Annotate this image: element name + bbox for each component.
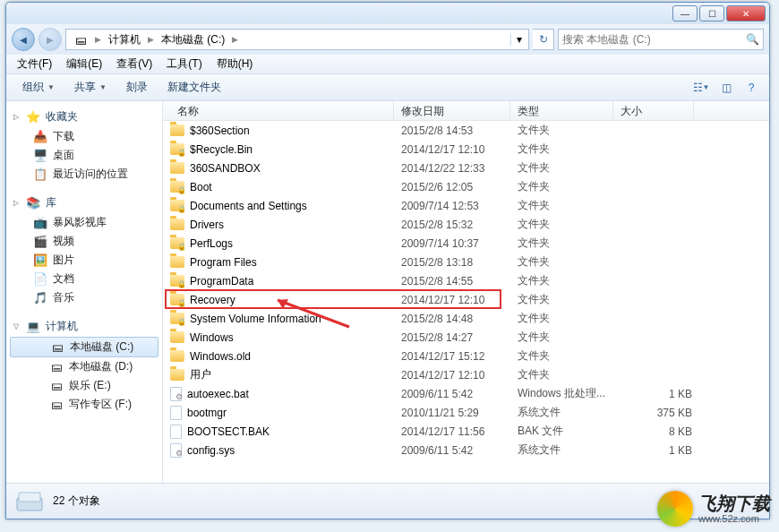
menu-view[interactable]: 查看(V) (109, 55, 159, 73)
search-icon[interactable]: 🔍 (746, 33, 759, 46)
titlebar: — ☐ ✕ (6, 3, 769, 24)
sidebar-item[interactable]: 🎵音乐 (6, 288, 162, 307)
menu-help[interactable]: 帮助(H) (210, 55, 261, 73)
new-folder-button[interactable]: 新建文件夹 (158, 77, 230, 98)
breadcrumb-root[interactable]: 🖴 (68, 30, 93, 49)
folder-lock-icon (170, 275, 184, 287)
file-type: BAK 文件 (518, 424, 621, 439)
file-date: 2009/7/14 10:37 (401, 237, 518, 250)
refresh-button[interactable]: ↻ (533, 29, 554, 50)
nav-icon: 🖼️ (33, 253, 47, 268)
sidebar-item-drive[interactable]: 🖴本地磁盘 (D:) (6, 357, 162, 376)
drive-icon: 🖴 (49, 398, 64, 412)
maximize-button[interactable]: ☐ (699, 5, 724, 21)
sidebar-item[interactable]: 📥下载 (6, 127, 162, 146)
breadcrumb[interactable]: 🖴 ▶ 计算机 ▶ 本地磁盘 (C:) ▶ ▾ (65, 29, 529, 50)
file-type: 文件夹 (518, 236, 621, 251)
file-type: 系统文件 (518, 442, 621, 458)
file-row[interactable]: $360Section2015/2/8 14:53文件夹 (163, 121, 769, 140)
chevron-right-icon[interactable]: ▶ (230, 35, 240, 44)
column-type[interactable]: 类型 (510, 101, 613, 120)
file-list-pane: 名称 修改日期 类型 大小 $360Section2015/2/8 14:53文… (163, 101, 769, 483)
sidebar-item[interactable]: 🖼️图片 (6, 251, 162, 270)
nav-label: 文档 (53, 271, 74, 287)
sidebar-item-drive[interactable]: 🖴本地磁盘 (C:) (10, 337, 158, 357)
file-row[interactable]: bootmgr2010/11/21 5:29系统文件375 KB (163, 403, 769, 422)
collapse-icon: ▷ (13, 199, 21, 207)
column-headers: 名称 修改日期 类型 大小 (163, 101, 769, 121)
search-input[interactable] (562, 33, 746, 46)
file-row[interactable]: PerfLogs2009/7/14 10:37文件夹 (163, 234, 769, 253)
file-row[interactable]: ProgramData2015/2/8 14:55文件夹 (163, 271, 769, 290)
file-row[interactable]: BOOTSECT.BAK2014/12/17 11:56BAK 文件8 KB (163, 422, 769, 441)
file-row[interactable]: $Recycle.Bin2014/12/17 12:10文件夹 (163, 140, 769, 159)
file-date: 2014/12/17 12:10 (401, 143, 518, 156)
file-row[interactable]: Program Files2015/2/8 13:18文件夹 (163, 253, 769, 271)
organize-button[interactable]: 组织▼ (13, 77, 64, 98)
file-row[interactable]: Recovery2014/12/17 12:10文件夹 (163, 290, 769, 309)
sidebar-item-drive[interactable]: 🖴写作专区 (F:) (6, 395, 162, 414)
nav-label: 下载 (53, 129, 74, 144)
watermark-logo-icon (657, 491, 693, 527)
column-date[interactable]: 修改日期 (394, 101, 510, 120)
file-date: 2014/12/17 11:56 (401, 425, 518, 438)
file-size: 8 KB (621, 425, 701, 438)
nav-label: 图片 (53, 253, 74, 268)
breadcrumb-computer[interactable]: 计算机 (103, 30, 146, 49)
file-row[interactable]: 用户2014/12/17 12:10文件夹 (163, 365, 769, 384)
folder-icon (170, 350, 184, 362)
column-name[interactable]: 名称 (163, 101, 394, 120)
search-box[interactable]: 🔍 (558, 29, 764, 50)
column-size[interactable]: 大小 (613, 101, 694, 120)
file-date: 2014/12/17 12:10 (401, 294, 518, 306)
file-date: 2014/12/17 12:10 (401, 369, 518, 382)
file-name: Windows.old (190, 350, 251, 363)
file-date: 2014/12/17 15:12 (401, 350, 518, 363)
file-row[interactable]: Documents and Settings2009/7/14 12:53文件夹 (163, 196, 769, 215)
sidebar-item[interactable]: 📋最近访问的位置 (6, 165, 162, 184)
file-name: Documents and Settings (190, 200, 307, 212)
sidebar-item[interactable]: 📄文档 (6, 270, 162, 288)
help-button[interactable]: ? (740, 78, 762, 98)
file-row[interactable]: Windows.old2014/12/17 15:12文件夹 (163, 347, 769, 365)
breadcrumb-drive-c[interactable]: 本地磁盘 (C:) (156, 30, 230, 49)
folder-icon (170, 331, 184, 343)
view-options-button[interactable]: ☷ ▼ (690, 78, 712, 98)
folder-lock-icon (170, 237, 184, 249)
sidebar-item[interactable]: 📺暴风影视库 (6, 213, 162, 232)
burn-button[interactable]: 刻录 (117, 77, 157, 98)
nav-label: 桌面 (53, 148, 74, 163)
breadcrumb-dropdown[interactable]: ▾ (510, 33, 526, 46)
file-row[interactable]: autoexec.bat2009/6/11 5:42Windows 批处理...… (163, 384, 769, 403)
close-button[interactable]: ✕ (726, 5, 766, 21)
menu-edit[interactable]: 编辑(E) (59, 55, 109, 73)
file-date: 2015/2/8 15:32 (401, 219, 518, 231)
file-type: Windows 批处理... (518, 386, 621, 401)
minimize-button[interactable]: — (672, 5, 698, 21)
drive-icon: 🖴 (49, 360, 64, 374)
chevron-right-icon[interactable]: ▶ (93, 35, 103, 44)
back-button[interactable]: ◄ (12, 28, 35, 51)
favorites-header[interactable]: ▷⭐收藏夹 (6, 107, 162, 127)
menu-file[interactable]: 文件(F) (10, 55, 59, 73)
file-row[interactable]: Windows2015/2/8 14:27文件夹 (163, 328, 769, 347)
sidebar-item[interactable]: 🎬视频 (6, 232, 162, 251)
file-row[interactable]: Drivers2015/2/8 15:32文件夹 (163, 215, 769, 234)
file-row[interactable]: System Volume Information2015/2/8 14:48文… (163, 309, 769, 328)
file-date: 2009/7/14 12:53 (401, 200, 518, 212)
libraries-header[interactable]: ▷📚库 (6, 193, 162, 213)
drive-icon: 🖴 (49, 379, 64, 393)
sidebar-item-drive[interactable]: 🖴娱乐 (E:) (6, 376, 162, 395)
file-name: 360SANDBOX (190, 162, 261, 175)
preview-pane-button[interactable]: ◫ (715, 78, 737, 98)
menu-tools[interactable]: 工具(T) (159, 55, 209, 73)
file-row[interactable]: Boot2015/2/6 12:05文件夹 (163, 177, 769, 196)
file-row[interactable]: config.sys2009/6/11 5:42系统文件1 KB (163, 441, 769, 459)
chevron-right-icon[interactable]: ▶ (146, 35, 156, 44)
computer-header[interactable]: ▽💻计算机 (6, 316, 162, 337)
share-button[interactable]: 共享▼ (65, 77, 116, 98)
sidebar-item[interactable]: 🖥️桌面 (6, 146, 162, 165)
file-row[interactable]: 360SANDBOX2014/12/22 12:33文件夹 (163, 159, 769, 177)
forward-button[interactable]: ► (39, 28, 62, 51)
nav-label: 最近访问的位置 (53, 167, 128, 182)
